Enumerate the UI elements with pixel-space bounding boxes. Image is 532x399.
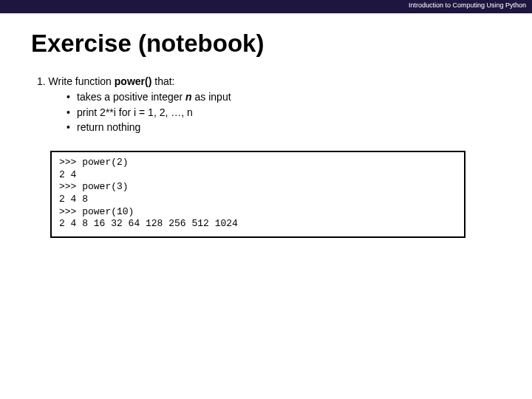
bullet-item: print 2**i for i = 1, 2, …, n — [66, 105, 501, 120]
instruction-block: 1. Write function power() that: takes a … — [37, 74, 501, 134]
lead-suffix: that: — [151, 75, 174, 87]
code-line: 2 4 8 16 32 64 128 256 512 1024 — [59, 218, 238, 229]
code-line: >>> power(2) — [59, 157, 129, 168]
code-line: 2 4 8 — [59, 194, 88, 205]
code-line: 2 4 — [59, 169, 76, 180]
page-title: Exercise (notebook) — [31, 30, 501, 58]
bullet-emph: n — [185, 91, 192, 103]
header-band: Introduction to Computing Using Python — [0, 0, 532, 13]
code-line: >>> power(10) — [59, 206, 134, 217]
bullet-item: takes a positive integer n as input — [66, 89, 501, 104]
bullet-text: print 2**i for i = 1, 2, …, n — [77, 106, 193, 118]
function-name: power() — [115, 75, 152, 87]
bullet-list: takes a positive integer n as input prin… — [66, 89, 501, 134]
bullet-item: return nothing — [66, 120, 501, 134]
bullet-text: return nothing — [77, 121, 140, 133]
bullet-text-prefix: takes a positive integer — [77, 91, 185, 103]
code-line: >>> power(3) — [59, 181, 129, 192]
header-subtitle: Introduction to Computing Using Python — [409, 1, 526, 9]
lead-prefix: 1. Write function — [37, 75, 115, 87]
slide-content: Exercise (notebook) 1. Write function po… — [0, 13, 532, 238]
bullet-text-suffix: as input — [192, 91, 231, 103]
code-output-box: >>> power(2) 2 4 >>> power(3) 2 4 8 >>> … — [50, 151, 466, 238]
instruction-lead: 1. Write function power() that: — [37, 74, 501, 89]
